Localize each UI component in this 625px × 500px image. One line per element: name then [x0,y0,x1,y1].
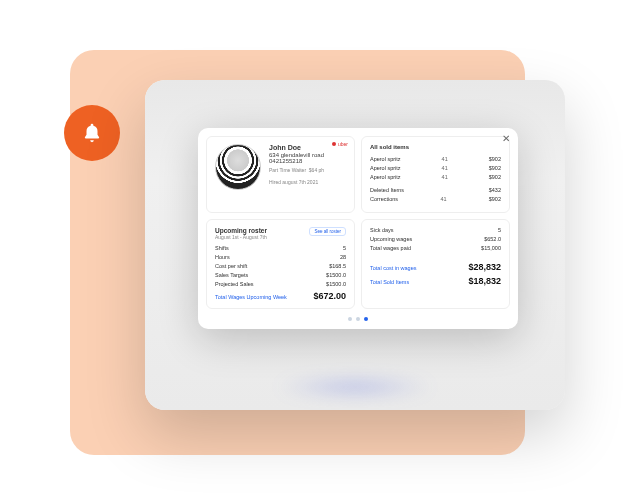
roster-range: August 1st - August 7th [215,234,267,240]
table-row: Shifts5 [215,245,346,251]
employee-phone: 0421255218 [269,158,324,164]
dot-active[interactable] [364,317,368,321]
employee-name: John Doe [269,144,324,151]
table-row: Total wages paid$15,000 [370,245,501,251]
sold-title: All sold items [370,144,501,150]
list-item: Aperol spritz41$902 [370,174,501,180]
total-sold-row: Total Sold Items $18,832 [370,276,501,286]
close-icon[interactable]: ✕ [502,134,510,144]
dot[interactable] [348,317,352,321]
dot[interactable] [356,317,360,321]
employee-role: Part Time Waiter $64 ph [269,167,324,173]
sold-items-card: All sold items Aperol spritz41$902 Apero… [361,136,510,213]
table-row: Hours28 [215,254,346,260]
total-cost-row: Total cost in wages $28,832 [370,262,501,272]
employee-detail-modal: ✕ uber John Doe 634 glendalevill road 04… [198,128,518,329]
table-row: Projected Sales$1500.0 [215,281,346,287]
pagination-dots[interactable] [206,315,510,321]
total-wages-row: Total Wages Upcoming Week $672.00 [215,291,346,301]
deleted-items-row: Deleted Items$432 [370,187,501,193]
table-row: Cost per shift$168.5 [215,263,346,269]
bell-icon [81,122,103,144]
list-item: Aperol spritz41$902 [370,165,501,171]
table-row: Sales Targets$1500.0 [215,272,346,278]
table-row: Sick days5 [370,227,501,233]
hired-date: Hired august 7th 2021 [269,179,324,185]
avatar [215,144,261,190]
roster-card: Upcoming roster August 1st - August 7th … [206,219,355,309]
notification-bell-badge[interactable] [64,105,120,161]
profile-card: uber John Doe 634 glendalevill road 0421… [206,136,355,213]
tablet-frame: ✕ uber John Doe 634 glendalevill road 04… [145,80,565,410]
blurred-background [275,376,435,398]
status-badge: uber [332,141,348,147]
summary-card: Sick days5 Upcoming wages$652.0 Total wa… [361,219,510,309]
list-item: Aperol spritz41$902 [370,156,501,162]
roster-title: Upcoming roster [215,227,267,234]
table-row: Upcoming wages$652.0 [370,236,501,242]
corrections-row: Corrections41$902 [370,196,501,202]
see-all-roster-button[interactable]: See all roster [309,227,346,236]
